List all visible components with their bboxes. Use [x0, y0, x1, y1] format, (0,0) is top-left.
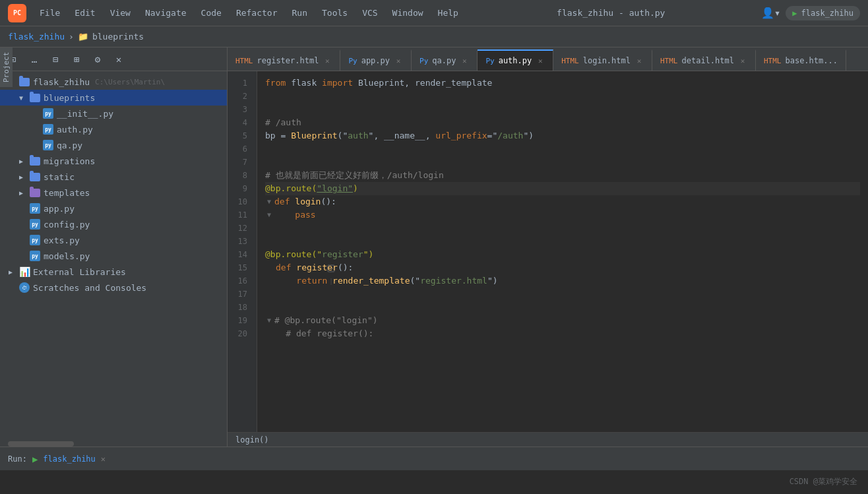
- tab-detailhtml[interactable]: HTML detail.html ✕: [652, 49, 756, 71]
- menu-edit[interactable]: Edit: [72, 7, 98, 19]
- tree-arrow-extlibs: ▶: [5, 266, 16, 277]
- menu-bar[interactable]: File Edit View Navigate Code Refactor Ru…: [37, 7, 461, 19]
- project-side-label[interactable]: Project: [0, 47, 13, 87]
- code-line-4: # /auth: [265, 116, 860, 129]
- dec-close: ): [353, 182, 358, 195]
- tab-qapy-close[interactable]: ✕: [460, 56, 469, 65]
- tree-arrow-extspy: [16, 235, 26, 245]
- sidebar-collapse-all-icon[interactable]: ⊟: [47, 51, 63, 67]
- menu-run[interactable]: Run: [290, 7, 310, 19]
- file-init-icon: py: [42, 108, 54, 119]
- tab-register[interactable]: HTML register.html ✕: [228, 49, 340, 71]
- tab-loginhtml-close[interactable]: ✕: [635, 56, 644, 65]
- sidebar-scrollbar[interactable]: [8, 441, 74, 447]
- menu-tools[interactable]: Tools: [319, 7, 350, 19]
- fold-19[interactable]: ▼: [265, 317, 273, 324]
- tree-item-configpy[interactable]: py config.py: [0, 216, 227, 232]
- file-configpy-icon: py: [29, 218, 41, 230]
- sidebar-content[interactable]: ▼ flask_zhihu C:\Users\Martin\ ▼ bluepri…: [0, 71, 227, 441]
- code-line-16: return render_template (" register.html …: [265, 274, 860, 288]
- tab-basehtml-icon: HTML: [764, 57, 782, 65]
- line-numbers: 1 2 3 4 5 6 7 8 9 10 11 12 13 14 15 16 1…: [228, 71, 257, 432]
- breadcrumb-folder[interactable]: blueprints: [92, 32, 144, 42]
- menu-navigate[interactable]: Navigate: [142, 7, 189, 19]
- tree-arrow-auth: [29, 124, 40, 135]
- punc-comma2: ,: [425, 129, 436, 142]
- tree-item-init[interactable]: py __init__.py: [0, 106, 227, 121]
- tab-detailhtml-close[interactable]: ✕: [738, 56, 747, 65]
- fold-10[interactable]: ▼: [265, 198, 273, 206]
- tree-label-templates: templates: [44, 188, 90, 198]
- project-icon: [18, 76, 30, 88]
- kw-def-login: def: [274, 195, 290, 208]
- code-editor[interactable]: 1 2 3 4 5 6 7 8 9 10 11 12 13 14 15 16 1…: [228, 71, 868, 432]
- fn-blueprint: Blueprint: [291, 129, 337, 142]
- tab-register-close[interactable]: ✕: [323, 56, 332, 65]
- status-bar: Run: ▶ flask_zhihu ✕: [0, 447, 868, 470]
- tree-item-blueprints[interactable]: ▼ blueprints: [0, 90, 227, 106]
- menu-code[interactable]: Code: [199, 7, 224, 19]
- tab-basehtml[interactable]: HTML base.htm...: [756, 49, 846, 71]
- tab-authpy-close[interactable]: ✕: [536, 56, 545, 65]
- tree-item-apppy[interactable]: py app.py: [0, 201, 227, 216]
- tree-root[interactable]: ▼ flask_zhihu C:\Users\Martin\: [0, 74, 227, 90]
- watermark: CSDN @菜鸡学安全: [790, 476, 857, 487]
- folder-blueprints-icon: [29, 92, 41, 104]
- file-modelspy-icon: py: [29, 250, 41, 262]
- tree-item-modelspy[interactable]: py models.py: [0, 248, 227, 264]
- menu-view[interactable]: View: [108, 7, 133, 19]
- user-icon[interactable]: 👤▾: [761, 7, 781, 19]
- ln-12: 12: [228, 222, 251, 235]
- code-line-2: [265, 90, 860, 103]
- code-line-19: ▼ # @bp.route("login"): [265, 314, 860, 327]
- tree-item-extlibs[interactable]: ▶ 📊 External Libraries: [0, 264, 227, 280]
- tree-label-blueprints: blueprints: [44, 93, 95, 103]
- menu-help[interactable]: Help: [435, 7, 461, 19]
- tab-detailhtml-icon: HTML: [660, 57, 678, 65]
- tab-apppy-close[interactable]: ✕: [394, 56, 403, 65]
- tree-item-migrations[interactable]: ▶ migrations: [0, 153, 227, 169]
- menu-file[interactable]: File: [37, 7, 63, 19]
- tree-item-scratches[interactable]: ⏱ Scratches and Consoles: [0, 280, 227, 295]
- tree-item-templates[interactable]: ▶ templates: [0, 185, 227, 201]
- tab-apppy[interactable]: Py app.py ✕: [340, 49, 412, 71]
- tree-item-qa[interactable]: py qa.py: [0, 137, 227, 153]
- menu-refactor[interactable]: Refactor: [233, 7, 280, 19]
- tree-label-static: static: [44, 172, 75, 182]
- tree-item-auth[interactable]: py auth.py: [0, 121, 227, 137]
- code-line-3: [265, 103, 860, 116]
- ln-19: 19: [228, 314, 251, 327]
- tree-item-extspy[interactable]: py exts.py: [0, 232, 227, 248]
- tab-qapy[interactable]: Py qa.py ✕: [412, 49, 478, 71]
- tab-authpy[interactable]: Py auth.py ✕: [478, 49, 553, 71]
- comment-def-register: # def register():: [286, 327, 373, 340]
- breadcrumb-project[interactable]: flask_zhihu: [8, 32, 65, 42]
- ln-1: 1: [228, 77, 251, 90]
- function-bar-text: login(): [235, 435, 269, 445]
- sidebar-expand-icon[interactable]: ⊞: [69, 51, 84, 67]
- run-config-selector[interactable]: ▶ flask_zhihu: [786, 6, 860, 20]
- run-name[interactable]: flask_zhihu: [43, 454, 95, 464]
- tab-register-label: register.html: [257, 56, 319, 65]
- code-content[interactable]: from flask import Blueprint, render_temp…: [257, 71, 868, 432]
- ln-11: 11: [228, 208, 251, 222]
- tab-detailhtml-label: detail.html: [681, 56, 733, 65]
- sidebar-dots-icon[interactable]: …: [26, 51, 42, 67]
- tree-item-static[interactable]: ▶ static: [0, 169, 227, 185]
- title-bar-title: flask_zhihu - auth.py: [557, 8, 665, 18]
- sidebar-toolbar: ⊡ … ⊟ ⊞ ⚙ ✕: [0, 47, 227, 71]
- sidebar-close-icon[interactable]: ✕: [111, 51, 127, 67]
- comment-login-route: # @bp.route("login"): [274, 314, 378, 327]
- run-status-icon: ▶: [32, 454, 38, 464]
- sidebar-settings-icon[interactable]: ⚙: [90, 51, 106, 67]
- ln-9: 9: [228, 182, 251, 195]
- code-line-15: def register ():: [265, 261, 860, 274]
- kw-return: return: [296, 274, 327, 288]
- run-close-icon[interactable]: ✕: [101, 454, 106, 464]
- tab-loginhtml[interactable]: HTML login.html ✕: [553, 49, 652, 71]
- menu-window[interactable]: Window: [390, 7, 426, 19]
- fold-11[interactable]: ▼: [265, 211, 273, 219]
- tree-label-extlibs: External Libraries: [33, 267, 126, 277]
- menu-vcs[interactable]: VCS: [359, 7, 380, 19]
- code-line-17: [265, 288, 860, 301]
